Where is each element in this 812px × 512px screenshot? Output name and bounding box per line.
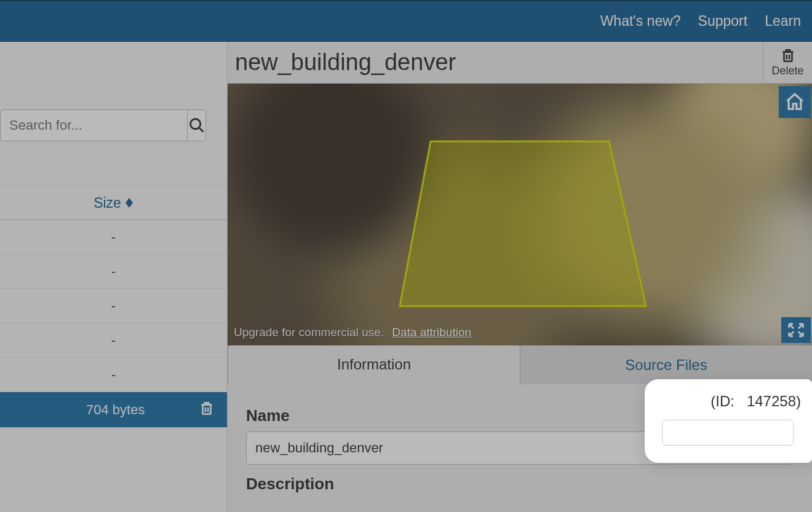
table-row[interactable]: - (0, 254, 227, 289)
title-bar: new_building_denver Delete (228, 42, 812, 84)
name-field-highlight-slice (662, 420, 794, 446)
delete-button[interactable]: Delete (763, 42, 812, 84)
tab-information[interactable]: Information (228, 345, 520, 384)
size-header-label: Size (94, 195, 121, 211)
size-cell: - (111, 229, 116, 245)
svg-point-0 (190, 119, 200, 129)
description-label: Description (246, 475, 794, 494)
row-delete-button[interactable] (199, 400, 215, 420)
size-cell: - (111, 367, 116, 383)
nav-support[interactable]: Support (698, 13, 748, 30)
nav-learn[interactable]: Learn (765, 13, 801, 30)
upgrade-text: Upgrade for commercial use. (234, 326, 384, 339)
page-title: new_building_denver (228, 49, 763, 76)
id-value: 147258) (747, 393, 801, 409)
left-panel: Size - - - - - 704 bytes (0, 42, 228, 512)
svg-line-1 (199, 128, 203, 132)
home-icon (784, 92, 805, 112)
table-row[interactable]: - (0, 289, 227, 323)
trash-icon (780, 47, 796, 63)
home-view-button[interactable] (779, 86, 811, 118)
nav-whats-new[interactable]: What's new? (600, 13, 681, 30)
tab-label: Information (337, 356, 411, 373)
sort-icon (125, 198, 133, 208)
table-row[interactable]: - (0, 358, 227, 392)
trash-icon (199, 400, 215, 417)
size-cell: - (111, 264, 116, 280)
svg-marker-3 (125, 203, 133, 208)
size-cell: - (111, 333, 116, 349)
map-preview[interactable]: Upgrade for commercial use. Data attribu… (228, 84, 812, 345)
column-header-size[interactable]: Size (0, 186, 227, 220)
tab-label: Source Files (625, 356, 707, 374)
map-footer: Upgrade for commercial use. Data attribu… (234, 326, 471, 339)
fullscreen-button[interactable] (781, 317, 811, 343)
tabs: Information Source Files (228, 345, 812, 384)
table-row[interactable]: - (0, 323, 227, 358)
search-input[interactable] (0, 109, 187, 141)
svg-marker-2 (125, 198, 133, 203)
svg-marker-8 (400, 141, 646, 306)
id-highlight-callout: (ID: 147258) (645, 379, 812, 463)
search-button[interactable] (187, 109, 206, 141)
footprint-polygon (228, 84, 812, 345)
tab-source-files[interactable]: Source Files (520, 345, 812, 384)
search-icon (188, 117, 205, 134)
size-cell: - (111, 298, 116, 314)
size-cell: 704 bytes (86, 402, 145, 418)
id-label: (ID: (710, 393, 734, 409)
top-nav-bar: What's new? Support Learn (0, 0, 812, 42)
table-row[interactable]: - (0, 220, 227, 254)
delete-label: Delete (771, 65, 803, 77)
table-row-selected[interactable]: 704 bytes (0, 392, 227, 428)
expand-icon (787, 321, 805, 339)
data-attribution-link[interactable]: Data attribution (392, 326, 471, 339)
